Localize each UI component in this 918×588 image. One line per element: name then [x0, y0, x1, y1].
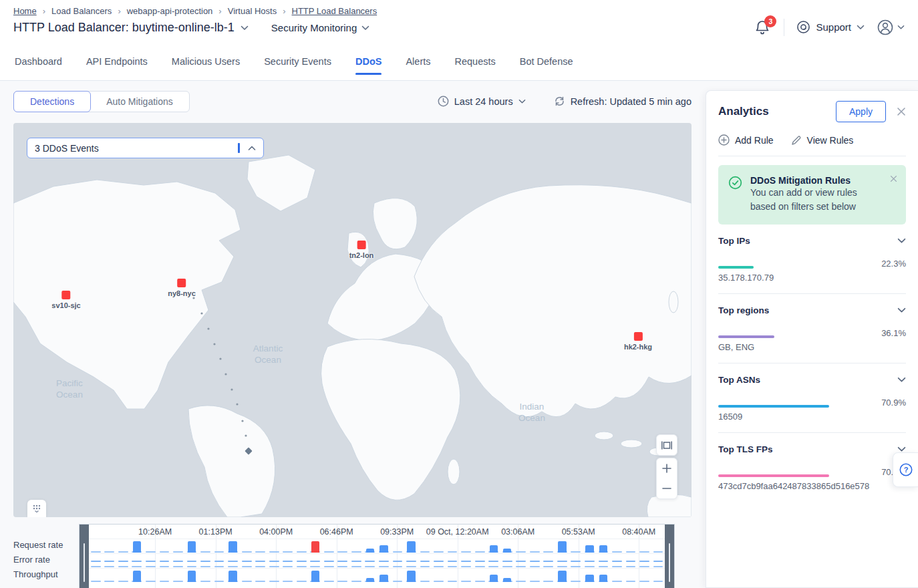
timeline-slot	[542, 539, 556, 553]
timeline-bar[interactable]	[228, 571, 237, 582]
baseline-dash	[434, 581, 444, 583]
close-panel-icon[interactable]	[897, 107, 906, 116]
ddos-events-selector[interactable]: 3 DDoS Events	[27, 138, 264, 158]
timeline-bar[interactable]	[503, 578, 511, 582]
analytics-section-top-regions: Top regions36.1%GB, ENG	[718, 293, 906, 352]
section-top-value[interactable]: GB, ENG	[718, 342, 906, 352]
tab-ddos[interactable]: DDoS	[355, 43, 381, 80]
support-menu[interactable]: Support	[796, 20, 865, 34]
view-rules-button[interactable]: View Rules	[791, 135, 854, 146]
ddos-event-marker-hk2-hkg[interactable]: hk2-hkg	[624, 332, 652, 351]
timeline-bar[interactable]	[490, 575, 498, 582]
ocean-label: Indian Ocean	[518, 401, 545, 424]
section-top-value[interactable]: 16509	[718, 412, 906, 422]
ddos-event-marker-tn2-lon[interactable]: tn2-lon	[349, 241, 374, 259]
chevron-down-icon[interactable]	[241, 25, 249, 31]
timeline-slot	[473, 554, 487, 568]
timeline-slot	[322, 539, 336, 553]
timeline-row-label: Request rate	[13, 539, 79, 553]
timeline-bar[interactable]	[228, 541, 237, 553]
timeline-bar[interactable]	[503, 549, 511, 553]
breadcrumb-item[interactable]: webapp-api-protection	[127, 6, 213, 16]
timeline-slot	[514, 554, 528, 568]
timeline-left-handle[interactable]	[80, 525, 89, 588]
timeline-right-handle[interactable]	[665, 525, 674, 588]
zoom-in-button[interactable]	[657, 458, 677, 478]
flat-value-dash	[599, 561, 609, 563]
dismiss-notice-icon[interactable]	[890, 175, 897, 182]
tab-security-events[interactable]: Security Events	[264, 43, 331, 80]
timeline-bar[interactable]	[585, 575, 593, 582]
chevron-down-icon[interactable]	[897, 377, 906, 383]
timeline-bar[interactable]	[599, 575, 607, 582]
timeline-bar[interactable]	[490, 545, 498, 553]
tab-requests[interactable]: Requests	[455, 43, 496, 80]
support-label: Support	[816, 21, 851, 33]
add-rule-button[interactable]: Add Rule	[718, 134, 774, 146]
timeline-slot	[322, 569, 336, 583]
tab-dashboard[interactable]: Dashboard	[15, 43, 62, 80]
detections-toggle[interactable]: Detections	[13, 91, 91, 112]
timeline-chart[interactable]: 10:26AM01:13PM04:00PM06:46PM09:33PM09 Oc…	[79, 524, 675, 588]
event-marker-icon	[634, 332, 643, 341]
timeline-bar[interactable]	[188, 571, 196, 582]
zoom-out-button[interactable]	[657, 478, 677, 498]
timeline-bar[interactable]	[133, 541, 141, 553]
tab-malicious-users[interactable]: Malicious Users	[172, 43, 240, 80]
timeline-bar[interactable]	[366, 578, 374, 582]
refresh-button[interactable]: Refresh: Updated 5 min ago	[554, 96, 692, 107]
world-map[interactable]: Pacific OceanAtlantic OceanIndian Ocean …	[13, 123, 692, 517]
timeline-grip-handle[interactable]	[27, 500, 46, 517]
baseline-dash	[488, 566, 498, 568]
breadcrumb-item[interactable]: Home	[13, 6, 37, 16]
timeline-bar[interactable]	[379, 575, 388, 582]
timeline-bar[interactable]	[558, 571, 566, 582]
baseline-dash	[269, 566, 279, 568]
baseline-dash	[283, 551, 293, 553]
timeline-bar[interactable]	[379, 545, 388, 553]
timeline-bar[interactable]	[407, 571, 415, 582]
section-top-value[interactable]: 35.178.170.79	[718, 273, 906, 283]
ddos-event-marker-ny8-nyc[interactable]: ny8-nyc	[168, 279, 196, 297]
timeline-slot	[528, 539, 542, 553]
timeline-slot	[130, 554, 144, 568]
timeline-slot	[309, 569, 323, 583]
baseline-dash	[146, 581, 156, 583]
breadcrumb-item[interactable]: Load Balancers	[51, 6, 112, 16]
notifications-button[interactable]: 3	[754, 19, 772, 36]
timeline-bar[interactable]	[311, 571, 319, 582]
timeline-bar[interactable]	[133, 571, 141, 582]
chevron-down-icon[interactable]	[897, 238, 906, 244]
timeline-bar-ddos-event[interactable]	[311, 541, 319, 553]
timeline-slot	[610, 539, 624, 553]
timeline-slot	[597, 554, 611, 568]
timeline-slot	[185, 539, 199, 553]
section-top-value[interactable]: 473cd7cb9faa642487833865d516e578	[718, 481, 906, 491]
auto-mitigations-toggle[interactable]: Auto Mitigations	[90, 92, 189, 112]
security-monitoring-select[interactable]: Security Monitoring	[271, 22, 369, 33]
timeline-time-label: 01:13PM	[199, 527, 233, 537]
fit-bounds-button[interactable]	[657, 435, 677, 455]
timeline-bar[interactable]	[407, 541, 415, 553]
timeline-slot	[336, 539, 350, 553]
apply-button[interactable]: Apply	[836, 101, 886, 122]
help-button[interactable]: ?	[893, 452, 918, 487]
timeline-bar[interactable]	[599, 545, 607, 553]
timeline-bar[interactable]	[585, 545, 593, 553]
time-range-select[interactable]: Last 24 hours	[438, 96, 526, 107]
timeline-bar[interactable]	[188, 541, 196, 553]
breadcrumb-item[interactable]: HTTP Load Balancers	[292, 6, 377, 16]
tab-api-endpoints[interactable]: API Endpoints	[86, 43, 148, 80]
chevron-down-icon[interactable]	[897, 307, 906, 313]
tab-alerts[interactable]: Alerts	[406, 43, 430, 80]
chevron-down-icon[interactable]	[897, 446, 906, 452]
baseline-dash	[626, 551, 636, 553]
breadcrumb-item[interactable]: Virtual Hosts	[228, 6, 277, 16]
user-menu[interactable]	[877, 19, 905, 36]
ddos-event-marker-sv10-sjc[interactable]: sv10-sjc	[51, 291, 80, 309]
tab-bot-defense[interactable]: Bot Defense	[520, 43, 573, 80]
timeline-slot	[432, 569, 446, 583]
baseline-dash	[255, 581, 265, 583]
timeline-bar[interactable]	[366, 549, 374, 553]
timeline-bar[interactable]	[558, 541, 566, 553]
